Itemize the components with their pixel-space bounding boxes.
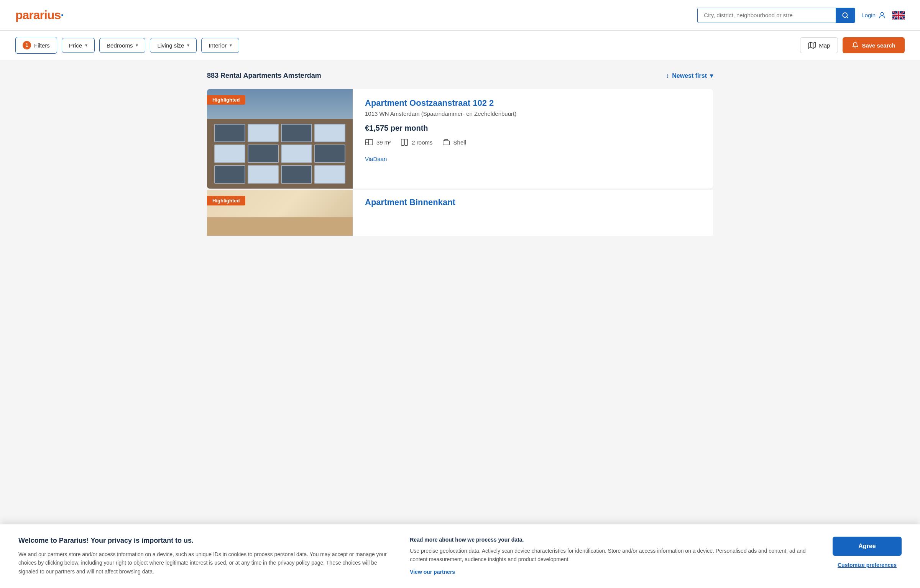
window (214, 165, 245, 184)
results-header: 883 Rental Apartments Amsterdam ↕ Newest… (207, 72, 713, 80)
sort-button[interactable]: ↕ Newest first ▾ (666, 72, 713, 79)
rooms-value: 2 rooms (412, 139, 432, 146)
filters-badge: 1 (23, 41, 31, 49)
header-right: Login (697, 8, 905, 23)
window (248, 124, 279, 142)
listing-address: 1013 WN Amsterdam (Spaarndammer- en Zeeh… (365, 110, 701, 117)
interior-icon (442, 138, 450, 146)
listing-image-partial: Highlighted (207, 190, 353, 236)
size-detail: 39 m² (365, 138, 391, 146)
sort-arrows-icon: ↕ (666, 72, 669, 79)
map-icon (808, 41, 816, 49)
search-bar (697, 8, 855, 23)
listing-image-wrap: Highlighted (207, 89, 353, 189)
listing-agent[interactable]: ViaDaan (365, 156, 701, 162)
bell-icon (852, 42, 859, 49)
highlighted-badge: Highlighted (207, 95, 245, 105)
count-label-text: Rental Apartments Amsterdam (220, 72, 321, 79)
living-size-label: Living size (157, 42, 184, 49)
floor-plan-icon (365, 138, 373, 146)
living-size-chevron-icon: ▾ (187, 43, 189, 48)
svg-line-1 (847, 16, 848, 18)
interior-image: Highlighted (207, 190, 353, 236)
rooms-detail: 2 rooms (400, 138, 432, 146)
price-filter-button[interactable]: Price ▾ (62, 38, 95, 53)
bedrooms-chevron-icon: ▾ (136, 43, 138, 48)
bedrooms-label: Bedrooms (107, 42, 133, 49)
listing-price: €1,575 per month (365, 124, 701, 133)
highlighted-badge-2: Highlighted (207, 196, 245, 205)
interior-detail: Shell (442, 138, 466, 146)
window (214, 145, 245, 163)
svg-rect-12 (443, 141, 449, 145)
window (314, 145, 345, 163)
price-label: Price (69, 42, 82, 49)
count-number: 883 (207, 72, 219, 79)
svg-rect-11 (405, 139, 407, 146)
login-label: Login (861, 12, 876, 18)
search-input[interactable] (698, 8, 836, 22)
listing-title[interactable]: Apartment Oostzaanstraat 102 2 (365, 98, 701, 108)
sort-label: Newest first (672, 72, 707, 79)
svg-marker-4 (808, 42, 815, 49)
main-content: 883 Rental Apartments Amsterdam ↕ Newest… (192, 60, 728, 248)
bedrooms-filter-button[interactable]: Bedrooms ▾ (99, 38, 145, 53)
listing-info: Apartment Oostzaanstraat 102 2 1013 WN A… (353, 89, 713, 189)
svg-point-2 (881, 12, 883, 15)
save-search-label: Save search (862, 42, 895, 49)
window (248, 165, 279, 184)
listing-details: 39 m² 2 rooms Shell (365, 138, 701, 146)
size-value: 39 m² (376, 139, 391, 146)
interior-chevron-icon: ▾ (230, 43, 232, 48)
rooms-icon (400, 138, 409, 146)
save-search-button[interactable]: Save search (843, 37, 905, 53)
logo-text: pararius (15, 8, 61, 22)
search-button[interactable] (836, 8, 855, 23)
user-icon (878, 11, 886, 20)
search-icon (842, 12, 849, 19)
results-count: 883 Rental Apartments Amsterdam (207, 72, 321, 80)
filters-button[interactable]: 1 Filters (15, 37, 57, 54)
login-button[interactable]: Login (861, 11, 886, 20)
svg-rect-10 (401, 139, 404, 146)
building-windows (214, 124, 345, 184)
sort-chevron-icon: ▾ (710, 72, 713, 79)
window (314, 165, 345, 184)
header: pararius· Login (0, 0, 920, 31)
language-flag-icon[interactable] (892, 11, 905, 20)
window (248, 145, 279, 163)
map-button[interactable]: Map (800, 37, 838, 53)
logo[interactable]: pararius· (15, 8, 64, 22)
window (214, 124, 245, 142)
window (314, 124, 345, 142)
map-label: Map (819, 42, 830, 49)
partial-listing-info: Apartment Binnenkant (353, 190, 468, 236)
window (281, 145, 312, 163)
filter-bar: 1 Filters Price ▾ Bedrooms ▾ Living size… (0, 31, 920, 60)
listing-card: Highlighted Apartment Oostzaanstraat 102… (207, 89, 713, 189)
interior-filter-button[interactable]: Interior ▾ (201, 38, 239, 53)
interior-value: Shell (453, 139, 466, 146)
interior-label: Interior (209, 42, 227, 49)
window (281, 165, 312, 184)
listing-card-partial: Highlighted Apartment Binnenkant (207, 190, 713, 236)
price-chevron-icon: ▾ (85, 43, 87, 48)
window (281, 124, 312, 142)
partial-listing-title[interactable]: Apartment Binnenkant (365, 197, 455, 207)
living-size-filter-button[interactable]: Living size ▾ (150, 38, 197, 53)
filters-label: Filters (34, 42, 50, 49)
